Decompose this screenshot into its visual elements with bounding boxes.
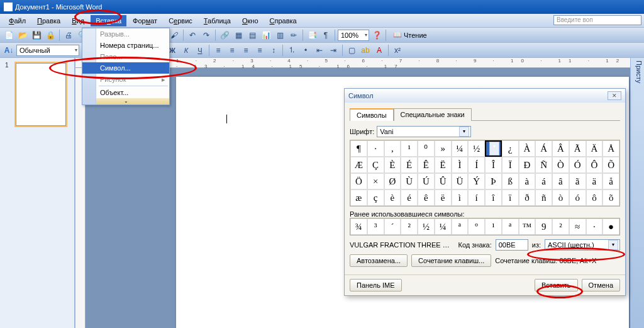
redo-icon[interactable]: ↷ <box>200 29 213 42</box>
char-cell[interactable]: Æ <box>350 157 367 173</box>
char-cell[interactable]: Ô <box>586 157 603 173</box>
char-cell[interactable]: é <box>401 189 418 206</box>
increase-indent-icon[interactable]: ⇥ <box>327 44 340 57</box>
align-left-icon[interactable]: ≡ <box>212 44 225 57</box>
menu-item-break[interactable]: Разрыв... <box>82 28 169 40</box>
page-thumbnail[interactable] <box>16 63 66 126</box>
recent-char-cell[interactable]: 9 <box>535 218 552 235</box>
menu-file[interactable]: Файл <box>4 15 31 26</box>
recent-char-cell[interactable]: ª <box>452 218 469 235</box>
shortcut-key-button[interactable]: Сочетание клавиш... <box>411 254 491 267</box>
format-painter-icon[interactable]: 🖌 <box>168 29 180 42</box>
char-cell[interactable]: ó <box>569 189 586 206</box>
char-code-input[interactable]: 00BE <box>496 239 528 251</box>
char-cell[interactable]: Ä <box>586 140 603 157</box>
menu-item-object[interactable]: Объект... <box>82 87 169 98</box>
tab-symbols[interactable]: Символы <box>350 108 394 121</box>
zoom-combo[interactable]: 100% <box>338 30 369 41</box>
char-cell[interactable]: ã <box>569 173 586 189</box>
char-cell[interactable]: Í <box>468 157 485 173</box>
recent-char-cell[interactable]: ½ <box>418 218 435 235</box>
char-cell[interactable]: , <box>384 140 401 157</box>
help-icon[interactable]: ❓ <box>370 29 383 42</box>
recent-char-cell[interactable]: ¼ <box>435 218 452 235</box>
char-cell[interactable]: â <box>552 173 569 189</box>
char-cell[interactable]: æ <box>350 189 367 206</box>
char-cell[interactable]: Á <box>535 140 552 157</box>
style-combo[interactable]: Обычный <box>16 45 79 56</box>
char-cell[interactable]: Ê <box>418 157 435 173</box>
italic-icon[interactable]: К <box>180 44 192 57</box>
insert-button[interactable]: Вставить <box>535 279 578 291</box>
char-cell[interactable]: » <box>435 140 452 157</box>
bullet-list-icon[interactable]: • <box>299 44 312 57</box>
styles-pane-icon[interactable]: A↓ <box>3 44 15 57</box>
menu-view[interactable]: Вид <box>67 15 89 26</box>
char-cell[interactable]: Å <box>602 140 619 157</box>
permissions-icon[interactable]: 🔒 <box>44 29 57 42</box>
columns-icon[interactable]: ▥ <box>274 29 286 42</box>
char-cell[interactable]: ¹ <box>401 140 418 157</box>
char-cell[interactable]: Þ <box>485 173 502 189</box>
justify-icon[interactable]: ≡ <box>253 44 266 57</box>
tables-borders-icon[interactable]: ▦ <box>232 29 245 42</box>
open-icon[interactable]: 📂 <box>16 29 29 42</box>
superscript-icon[interactable]: x² <box>391 44 404 57</box>
menu-table[interactable]: Таблица <box>199 15 236 26</box>
highlight-icon[interactable]: ab <box>359 44 372 57</box>
char-cell[interactable]: ð <box>519 189 536 206</box>
char-cell[interactable]: È <box>384 157 401 173</box>
char-cell[interactable]: à <box>519 173 536 189</box>
menu-insert[interactable]: Вставка <box>91 15 126 26</box>
autocorrect-button[interactable]: Автозамена... <box>350 254 408 267</box>
char-cell[interactable]: Ø <box>384 173 401 189</box>
recent-char-cell[interactable]: º <box>468 218 485 235</box>
char-cell[interactable]: ì <box>452 189 469 206</box>
print-icon[interactable]: 🖨 <box>62 29 75 42</box>
recent-char-cell[interactable]: ³ <box>367 218 384 235</box>
drawing-icon[interactable]: ✏ <box>287 29 300 42</box>
char-cell[interactable]: Ã <box>569 140 586 157</box>
char-cell[interactable]: Ù <box>401 173 418 189</box>
excel-icon[interactable]: 📊 <box>260 29 272 42</box>
dialog-close-button[interactable]: ✕ <box>608 91 621 100</box>
insert-table-icon[interactable]: ▤ <box>246 29 258 42</box>
char-cell[interactable]: ê <box>418 189 435 206</box>
char-cell[interactable]: ß <box>502 173 519 189</box>
char-cell[interactable]: Ð <box>519 157 536 173</box>
cancel-button[interactable]: Отмена <box>582 279 620 291</box>
recent-char-cell[interactable]: ´ <box>384 218 401 235</box>
show-marks-icon[interactable]: ¶ <box>319 29 332 42</box>
char-cell[interactable]: ä <box>586 173 603 189</box>
align-right-icon[interactable]: ≡ <box>240 44 252 57</box>
line-spacing-icon[interactable]: ↕ <box>267 44 280 57</box>
char-cell[interactable]: ô <box>586 189 603 206</box>
menu-tools[interactable]: Сервис <box>164 15 197 26</box>
recent-char-cell[interactable]: ¾ <box>350 218 367 235</box>
font-color-icon[interactable]: A <box>373 44 386 57</box>
char-cell[interactable]: × <box>367 173 384 189</box>
char-cell[interactable]: ò <box>552 189 569 206</box>
char-cell[interactable]: Î <box>485 157 502 173</box>
char-cell[interactable]: ñ <box>535 189 552 206</box>
help-search-input[interactable]: Введите воп <box>553 15 641 25</box>
task-pane[interactable]: Присту <box>630 58 644 328</box>
menu-item-picture[interactable]: Рисунок▸ <box>82 74 169 85</box>
recent-char-cell[interactable]: ≈ <box>569 218 586 235</box>
char-cell[interactable]: ¿ <box>502 140 519 157</box>
recent-char-cell[interactable]: ª <box>502 218 519 235</box>
tab-special-chars[interactable]: Специальные знаки <box>394 108 472 121</box>
menu-item-symbol[interactable]: Символ... <box>82 62 169 74</box>
char-cell[interactable]: ï <box>502 189 519 206</box>
menu-window[interactable]: Окно <box>237 15 264 26</box>
menu-help[interactable]: Справка <box>265 15 302 26</box>
char-cell[interactable]: É <box>401 157 418 173</box>
char-cell[interactable]: À <box>519 140 536 157</box>
char-cell[interactable]: ½ <box>468 140 485 157</box>
character-grid[interactable]: ¶·,¹⁰»¼½¾¿ÀÁÂÃÄÅÆÇÈÉÊËÌÍÎÏÐÑÒÓÔÕÖ×ØÙÚÛÜÝ… <box>350 140 620 206</box>
undo-icon[interactable]: ↶ <box>186 29 199 42</box>
char-cell[interactable]: ç <box>367 189 384 206</box>
dialog-titlebar[interactable]: Символ ✕ <box>345 89 625 103</box>
char-cell[interactable]: è <box>384 189 401 206</box>
char-cell[interactable]: ⁰ <box>418 140 435 157</box>
